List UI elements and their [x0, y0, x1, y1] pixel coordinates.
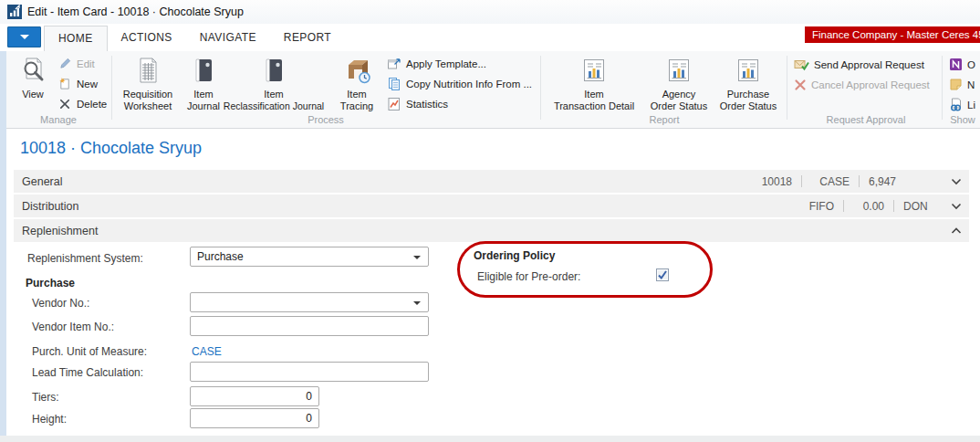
new-label: New [77, 79, 98, 89]
purchase-order-status-label-2: Order Status [714, 100, 783, 112]
tiers-value: 0 [306, 390, 312, 403]
lead-time-calculation-input[interactable] [190, 362, 429, 382]
journal-icon [189, 56, 218, 85]
purch-uom-value-link[interactable]: CASE [192, 345, 222, 358]
replenishment-system-combobox[interactable]: Purchase [190, 247, 429, 267]
summary-divider [843, 200, 844, 212]
edit-label: Edit [77, 58, 95, 69]
ribbon: View Edit New Delete Manage [0, 51, 980, 129]
distribution-summary-code: DON [903, 200, 936, 213]
fasttab-replenishment-summary [938, 227, 962, 235]
apply-template-button[interactable]: Apply Template... [387, 56, 486, 71]
item-transaction-detail-label-2: Transaction Detail [546, 100, 642, 112]
agency-order-status-button[interactable]: Agency Order Status [646, 53, 712, 112]
send-approval-request-button[interactable]: Send Approval Request [794, 57, 924, 72]
item-tracing-label-2: Tracing [334, 100, 380, 112]
send-approval-request-label: Send Approval Request [814, 59, 924, 70]
vendor-item-no-input[interactable] [190, 316, 429, 336]
apply-template-icon [387, 57, 401, 71]
distribution-summary-cost: 0.00 [853, 200, 884, 213]
chevron-down-icon [413, 256, 421, 259]
window-bottom-border [0, 436, 980, 442]
window-title: Edit - Item Card - 10018 · Chocolate Sry… [27, 5, 244, 18]
tab-report[interactable]: REPORT [270, 26, 345, 51]
lead-time-calculation-label: Lead Time Calculation: [32, 366, 143, 379]
journal-icon [259, 56, 288, 85]
requisition-worksheet-button[interactable]: Requisition Worksheet [115, 53, 181, 112]
fasttab-distribution[interactable]: Distribution FIFO 0.00 DON [14, 195, 969, 217]
worksheet-icon [133, 56, 162, 85]
report-chart-icon [664, 56, 693, 85]
company-badge: Finance Company - Master Ceres 45 [805, 26, 980, 43]
item-tracing-button[interactable]: Item Tracing [334, 53, 380, 112]
new-icon [58, 77, 72, 90]
tab-home[interactable]: HOME [44, 26, 108, 51]
chevron-down-icon[interactable] [951, 203, 962, 210]
item-reclassification-journal-button[interactable]: Item Reclassification Journal [217, 53, 330, 112]
requisition-worksheet-label-2: Worksheet [115, 100, 181, 112]
item-reclass-label-1: Item [217, 89, 330, 100]
note-icon [949, 78, 963, 91]
general-summary-item-no: 10018 [734, 175, 792, 188]
ribbon-tab-row: HOME ACTIONS NAVIGATE REPORT Finance Com… [0, 24, 980, 51]
application-menu-button[interactable] [7, 26, 41, 47]
page-title: 10018 · Chocolate Sryup [20, 139, 202, 158]
links-button[interactable]: Li [949, 97, 975, 112]
edit-icon [58, 57, 72, 70]
statistics-icon [387, 97, 401, 111]
fasttab-general-summary: 10018 CASE 6,947 [734, 175, 962, 188]
chevron-down-icon [413, 301, 421, 305]
view-button[interactable]: View [13, 53, 53, 100]
replenishment-system-value: Purchase [197, 250, 244, 263]
statistics-button[interactable]: Statistics [387, 96, 448, 111]
fasttab-general[interactable]: General 10018 CASE 6,947 [14, 170, 969, 193]
cancel-approval-icon [794, 79, 807, 91]
chevron-down-icon[interactable] [951, 178, 962, 185]
edit-button[interactable]: Edit [58, 56, 95, 71]
distribution-summary-costing: FIFO [798, 200, 834, 213]
checkmark-icon [657, 269, 668, 280]
general-summary-qty: 6,947 [869, 175, 909, 188]
view-icon [18, 56, 47, 85]
item-tracing-label-1: Item [334, 89, 380, 100]
copy-nutrition-info-label: Copy Nutrition Info From ... [406, 79, 532, 89]
cancel-approval-request-button[interactable]: Cancel Approval Request [794, 77, 930, 92]
fasttab-general-label: General [22, 175, 62, 188]
delete-label: Delete [77, 99, 107, 110]
item-transaction-detail-button[interactable]: Item Transaction Detail [546, 53, 642, 112]
agency-order-status-label-2: Order Status [646, 100, 712, 112]
onenote-label: O [967, 59, 975, 70]
copy-nutrition-info-button[interactable]: Copy Nutrition Info From ... [387, 76, 532, 91]
item-transaction-detail-label-1: Item [546, 89, 642, 100]
tiers-input[interactable]: 0 [190, 386, 319, 406]
tab-navigate[interactable]: NAVIGATE [186, 26, 270, 51]
tab-actions[interactable]: ACTIONS [108, 26, 186, 51]
view-label: View [13, 89, 53, 100]
purchase-order-status-label-1: Purchase [714, 89, 783, 100]
vendor-no-combobox[interactable] [190, 292, 429, 312]
chevron-up-icon[interactable] [951, 227, 962, 235]
notes-button[interactable]: N [949, 77, 975, 92]
links-icon [949, 98, 963, 111]
ribbon-group-separator [540, 56, 541, 120]
onenote-icon [949, 58, 963, 71]
summary-divider [859, 175, 860, 187]
purchase-order-status-button[interactable]: Purchase Order Status [714, 53, 783, 112]
agency-order-status-label-1: Agency [646, 89, 712, 100]
height-input[interactable]: 0 [190, 408, 319, 428]
onenote-button[interactable]: O [949, 57, 975, 72]
delete-button[interactable]: Delete [58, 96, 107, 111]
item-tracing-icon [342, 56, 371, 85]
new-button[interactable]: New [58, 76, 98, 91]
height-label: Height: [32, 413, 67, 426]
delete-icon [58, 97, 72, 110]
show-group-label: Show [945, 114, 980, 125]
cancel-approval-request-label: Cancel Approval Request [811, 79, 930, 90]
ribbon-group-separator [111, 56, 112, 120]
fasttab-replenishment[interactable]: Replenishment [14, 219, 969, 242]
window-titlebar: Edit - Item Card - 10018 · Chocolate Sry… [0, 0, 980, 24]
send-approval-icon [794, 58, 809, 71]
statistics-label: Statistics [406, 99, 448, 110]
eligible-preorder-checkbox[interactable] [656, 268, 669, 281]
tiers-label: Tiers: [32, 391, 59, 404]
